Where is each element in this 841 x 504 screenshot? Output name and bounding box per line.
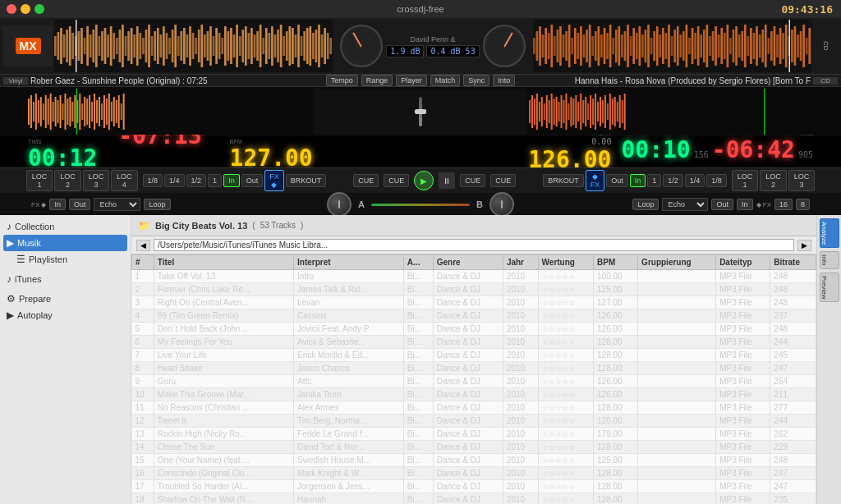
loop-1b-right[interactable]: 1/8 [706, 174, 727, 187]
loop-8b-left[interactable]: 1 [208, 174, 222, 187]
loop-4b-left[interactable]: 1/2 [186, 174, 207, 187]
table-row[interactable]: 5 Don´t Hold Back (John ... Jovicii Feat… [132, 323, 816, 336]
crossfader-knob[interactable] [327, 192, 352, 217]
sidebar-item-playlisten[interactable]: ☰ Playlisten [3, 251, 127, 268]
minimize-button[interactable] [21, 4, 30, 14]
loop-1b-left[interactable]: 1/8 [143, 174, 163, 187]
col-genre[interactable]: Genre [433, 255, 503, 270]
fx-loop-left[interactable]: Loop [144, 199, 170, 210]
pause-button[interactable]: ⏸ [439, 172, 455, 189]
vinyl-cd-toggle[interactable]: CD [813, 41, 838, 51]
loop-8b-right[interactable]: 1 [647, 174, 661, 187]
match-button[interactable]: Match [430, 75, 461, 86]
col-num[interactable]: # [132, 255, 154, 270]
cue-center[interactable]: CUE [384, 174, 409, 187]
path-go-button[interactable]: ▶ [797, 240, 811, 251]
fx-out-left[interactable]: Out [69, 199, 91, 210]
preview-button[interactable]: Preview [820, 273, 839, 302]
fx-button-left[interactable]: FX ◆ [264, 170, 284, 191]
loc1-right[interactable]: LOC 1 [732, 170, 758, 191]
cue-left[interactable]: CUE [353, 174, 379, 187]
sidebar-item-musik[interactable]: ▶ Musik [3, 235, 127, 251]
table-row[interactable]: 17 Troubled So Harder (Al... Jorgensen &… [132, 480, 816, 493]
table-row[interactable]: 16 Conscindo (Original Clu... Mark Knigh… [132, 467, 816, 480]
window-controls[interactable] [7, 4, 44, 14]
table-row[interactable]: 8 Head Shake Jason Chance Bi... Dance & … [132, 362, 816, 375]
fx-button-right[interactable]: ◆ FX [586, 170, 605, 191]
col-titel[interactable]: Titel [154, 255, 293, 270]
table-row[interactable]: 14 Chase The Sun David Tort & Nor... Bi.… [132, 441, 816, 454]
table-row[interactable]: 1 Take Off Vol. 13 Intro Bi... Dance & D… [132, 270, 816, 283]
right-platter[interactable] [483, 25, 526, 67]
into-button[interactable]: Into [493, 75, 515, 86]
sidebar-item-prepare[interactable]: ⚙ Prepare [3, 291, 127, 307]
out-button-right[interactable]: Out [606, 174, 628, 187]
fx-8-right[interactable]: 8 [796, 199, 810, 210]
player-button[interactable]: Player [396, 75, 427, 86]
fx-in-right[interactable]: In [737, 199, 753, 210]
col-interpret[interactable]: Interpret [294, 255, 404, 270]
sidebar-item-collection[interactable]: ♪ Collection [3, 218, 127, 235]
path-input[interactable] [154, 239, 794, 251]
col-bpm[interactable]: BPM [594, 255, 638, 270]
path-back-button[interactable]: ◀ [136, 240, 150, 251]
tempo-button[interactable]: Tempo [326, 75, 358, 86]
col-dateityp[interactable]: Dateityp [716, 255, 770, 270]
in-button-right[interactable]: In [630, 174, 646, 187]
fx-select-left[interactable]: Echo Reverb Flanger [94, 198, 140, 211]
cue-right[interactable]: CUE [460, 174, 485, 187]
loc3-right[interactable]: LOC 3 [788, 170, 815, 191]
fx-select-right[interactable]: Echo Reverb [662, 198, 708, 211]
table-row[interactable]: 10 Make This Groove (Mar... Janika Tenn … [132, 388, 816, 401]
out-button-left[interactable]: Out [241, 174, 264, 187]
brkout-left[interactable]: BRKOUT [286, 174, 327, 187]
loc3-left[interactable]: LOC 3 [83, 170, 109, 191]
col-wertung[interactable]: Wertung [538, 255, 593, 270]
close-button[interactable] [7, 4, 16, 14]
table-row[interactable]: 4 99 (Tim Green Remix) Cassius Bi... Dan… [132, 309, 816, 323]
loop-4b-right[interactable]: 1/2 [663, 174, 683, 187]
table-row[interactable]: 7 Live Your Life Erick Morillo & Ed... B… [132, 349, 816, 362]
table-row[interactable]: 15 One (Your Name) (feat.... Swedish Hou… [132, 454, 816, 467]
maximize-button[interactable] [34, 4, 44, 14]
waveform-left[interactable] [54, 20, 333, 72]
in-button-left[interactable]: In [223, 174, 240, 187]
fx-out-right[interactable]: Out [711, 199, 733, 210]
col-gruppierung[interactable]: Gruppierung [638, 255, 716, 270]
play-button[interactable]: ▶ [414, 171, 434, 190]
col-bitrate[interactable]: Bitrate [770, 255, 816, 270]
loc2-left[interactable]: LOC 2 [54, 170, 80, 191]
table-row[interactable]: 2 Forever (Chris Lake Re... James Talk &… [132, 283, 816, 296]
loc2-right[interactable]: LOC 2 [760, 170, 786, 191]
table-row[interactable]: 6 My Feelings For You Avicii & Sebastie.… [132, 336, 816, 349]
waveform-right[interactable] [533, 20, 811, 72]
fx-in-left[interactable]: In [49, 199, 66, 210]
brkout-right[interactable]: BRKOUT [543, 174, 584, 187]
loc4-left[interactable]: LOC 4 [111, 170, 137, 191]
detail-waveform-right[interactable] [529, 89, 813, 135]
fx-loop-right[interactable]: Loop [632, 199, 659, 210]
loop-2b-left[interactable]: 1/4 [164, 174, 185, 187]
cue-right2[interactable]: CUE [490, 174, 516, 187]
loc1-left[interactable]: LOC 1 [26, 170, 53, 191]
col-a[interactable]: A... [403, 255, 433, 270]
mixer-fader-area[interactable] [314, 89, 527, 135]
range-button[interactable]: Range [361, 75, 393, 86]
crossfader-knob-right[interactable] [489, 192, 514, 217]
table-row[interactable]: 9 Guru Atfc Bi... Dance & DJ 2010 ☆☆☆☆☆ … [132, 375, 816, 388]
table-row[interactable]: 13 Rockin High (Nicky Ro... Fedde Le Gra… [132, 428, 816, 441]
table-row[interactable]: 3 Right On (Central Aven... Levan Bi... … [132, 296, 816, 309]
col-jahr[interactable]: Jahr [503, 255, 538, 270]
left-platter[interactable] [340, 25, 383, 67]
table-row[interactable]: 18 Shadow On The Wall (N... Hannah Bi...… [132, 493, 816, 505]
sync-button-left[interactable]: Sync [463, 75, 489, 86]
fx-16-right[interactable]: 16 [774, 199, 793, 210]
sidebar-item-autoplay[interactable]: ▶ Autoplay [3, 307, 127, 323]
analyze-button[interactable]: Analyze [820, 218, 839, 248]
table-row[interactable]: 12 Tweet It Tim Berg, Norma... Bi... Dan… [132, 415, 816, 428]
table-row[interactable]: 11 No Reasons (Christian ... Alex Armes … [132, 401, 816, 415]
crossfader-bar[interactable] [371, 204, 470, 206]
info-button[interactable]: Info [820, 251, 839, 268]
sidebar-item-itunes[interactable]: ♪ iTunes [3, 271, 127, 287]
track-table[interactable]: # Titel Interpret A... Genre Jahr Wertun… [131, 254, 816, 504]
